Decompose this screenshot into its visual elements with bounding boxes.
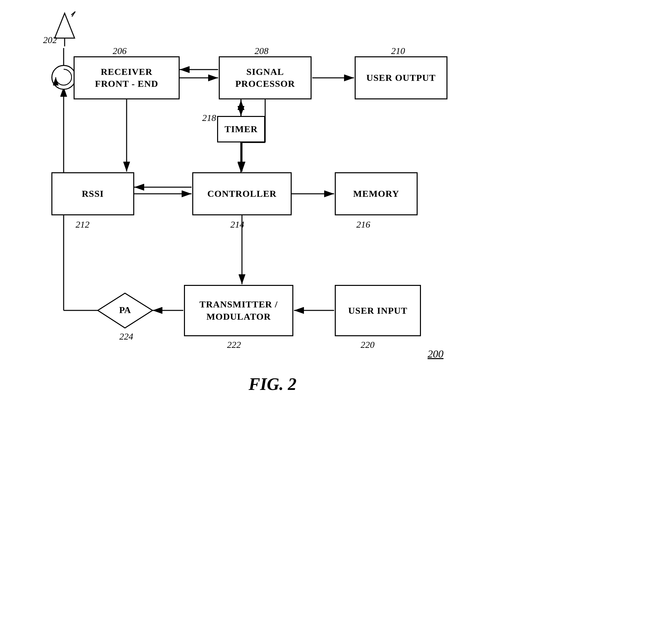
label-202: 202	[43, 35, 57, 45]
label-206: 206	[113, 46, 127, 56]
block-user-input: USER INPUT	[335, 285, 421, 336]
block-timer: TIMER	[217, 116, 265, 142]
pa-diamond-icon: PA	[96, 291, 154, 330]
circulator-symbol	[53, 67, 75, 88]
transmitter-modulator-label: TRANSMITTER / MODULATOR	[200, 298, 278, 323]
label-224: 224	[119, 331, 133, 342]
block-transmitter-modulator: TRANSMITTER / MODULATOR	[184, 285, 293, 336]
circulator	[51, 65, 76, 90]
label-210: 210	[391, 46, 405, 56]
block-signal-processor: SIGNAL PROCESSOR	[219, 56, 312, 99]
signal-processor-label: SIGNAL PROCESSOR	[235, 66, 295, 90]
rssi-label: RSSI	[82, 188, 104, 199]
block-controller: CONTROLLER	[192, 172, 292, 215]
pa-block: PA	[96, 291, 154, 331]
label-212: 212	[76, 219, 90, 230]
label-216: 216	[356, 219, 370, 230]
block-user-output: USER OUTPUT	[355, 56, 447, 99]
user-output-label: USER OUTPUT	[366, 73, 436, 83]
fig-caption: FIG. 2	[248, 374, 296, 394]
svg-marker-24	[55, 13, 75, 38]
controller-label: CONTROLLER	[207, 188, 277, 199]
label-222: 222	[227, 340, 241, 350]
receiver-front-end-label: RECEIVER FRONT - END	[95, 66, 158, 90]
block-receiver-front-end: RECEIVER FRONT - END	[74, 56, 180, 99]
block-memory: MEMORY	[335, 172, 418, 215]
label-218: 218	[202, 113, 216, 123]
label-220: 220	[361, 340, 374, 350]
label-208: 208	[254, 46, 268, 56]
block-rssi: RSSI	[51, 172, 134, 215]
label-214: 214	[230, 219, 244, 230]
user-input-label: USER INPUT	[348, 305, 408, 316]
svg-text:PA: PA	[119, 305, 131, 315]
diagram-ref: 200	[428, 348, 443, 360]
timer-label: TIMER	[225, 124, 258, 134]
diagram-container: 202 204 RECEIVER FRONT - END 206 SIGNAL …	[0, 0, 646, 644]
memory-label: MEMORY	[353, 188, 399, 199]
